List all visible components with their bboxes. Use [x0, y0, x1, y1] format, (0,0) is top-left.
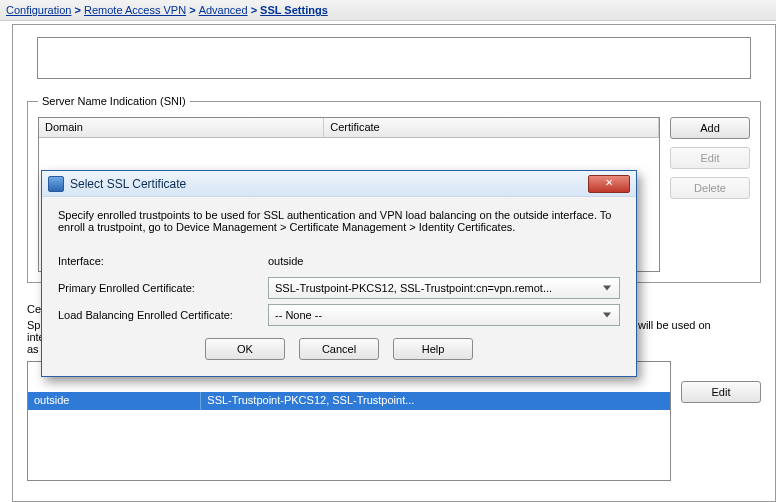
sni-button-column: Add Edit Delete	[670, 117, 750, 199]
row-primary-cert: Primary Enrolled Certificate: SSL-Trustp…	[58, 274, 620, 301]
dialog-title: Select SSL Certificate	[70, 177, 186, 191]
dialog-titlebar[interactable]: Select SSL Certificate ✕	[42, 171, 636, 197]
sni-col-domain[interactable]: Domain	[39, 118, 324, 137]
select-ssl-certificate-dialog: Select SSL Certificate ✕ Specify enrolle…	[41, 170, 637, 377]
top-textarea[interactable]	[37, 37, 751, 79]
row-interface: Interface: outside	[58, 247, 620, 274]
sni-legend: Server Name Indication (SNI)	[38, 95, 190, 107]
sni-col-certificate[interactable]: Certificate	[324, 118, 659, 137]
sni-table-header: Domain Certificate	[39, 118, 659, 138]
lb-cert-value: -- None --	[275, 309, 322, 321]
table-row[interactable]: outside SSL-Trustpoint-PKCS12, SSL-Trust…	[28, 392, 670, 410]
cert-row-value: SSL-Trustpoint-PKCS12, SSL-Trustpoint...	[201, 392, 670, 410]
edit-button: Edit	[670, 147, 750, 169]
breadcrumb-remote-access-vpn[interactable]: Remote Access VPN	[84, 4, 186, 16]
certificates-table[interactable]: outside SSL-Trustpoint-PKCS12, SSL-Trust…	[27, 361, 671, 481]
add-button[interactable]: Add	[670, 117, 750, 139]
interface-value: outside	[268, 255, 620, 267]
help-button[interactable]: Help	[393, 338, 473, 360]
dialog-description: Specify enrolled trustpoints to be used …	[58, 209, 620, 233]
interface-label: Interface:	[58, 255, 268, 267]
breadcrumb-configuration[interactable]: Configuration	[6, 4, 71, 16]
primary-cert-dropdown[interactable]: SSL-Trustpoint-PKCS12, SSL-Trustpoint:cn…	[268, 277, 620, 299]
delete-button: Delete	[670, 177, 750, 199]
certificates-edit-button[interactable]: Edit	[681, 381, 761, 403]
breadcrumb: Configuration > Remote Access VPN > Adva…	[0, 0, 776, 21]
row-lb-cert: Load Balancing Enrolled Certificate: -- …	[58, 301, 620, 328]
lb-cert-label: Load Balancing Enrolled Certificate:	[58, 309, 268, 321]
dialog-body: Specify enrolled trustpoints to be used …	[42, 197, 636, 376]
cert-row-interface: outside	[28, 392, 201, 410]
breadcrumb-sep: >	[189, 4, 198, 16]
breadcrumb-advanced[interactable]: Advanced	[199, 4, 248, 16]
primary-cert-value: SSL-Trustpoint-PKCS12, SSL-Trustpoint:cn…	[275, 282, 552, 294]
primary-cert-label: Primary Enrolled Certificate:	[58, 282, 268, 294]
close-icon[interactable]: ✕	[588, 175, 630, 193]
breadcrumb-sep: >	[251, 4, 260, 16]
cancel-button[interactable]: Cancel	[299, 338, 379, 360]
breadcrumb-current: SSL Settings	[260, 4, 328, 16]
lb-cert-dropdown[interactable]: -- None --	[268, 304, 620, 326]
dialog-icon	[48, 176, 64, 192]
ok-button[interactable]: OK	[205, 338, 285, 360]
dialog-buttons: OK Cancel Help	[58, 328, 620, 372]
breadcrumb-sep: >	[75, 4, 84, 16]
